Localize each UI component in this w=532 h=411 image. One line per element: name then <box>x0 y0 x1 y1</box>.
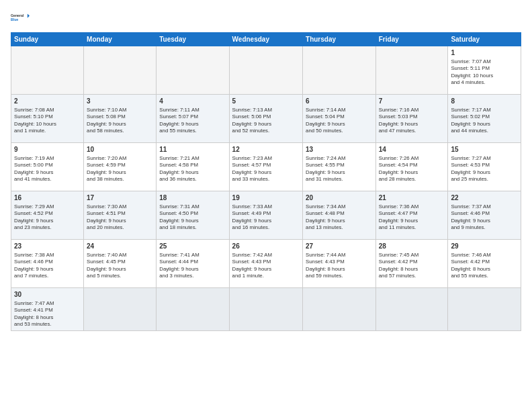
table-row: 13Sunrise: 7:24 AM Sunset: 4:55 PM Dayli… <box>303 143 376 191</box>
logo: GeneralBlue <box>11 8 30 27</box>
calendar-week-row: 2Sunrise: 7:08 AM Sunset: 5:10 PM Daylig… <box>11 95 521 143</box>
day-info: Sunrise: 7:24 AM Sunset: 4:55 PM Dayligh… <box>306 155 373 183</box>
header: GeneralBlue <box>11 8 521 27</box>
day-number: 8 <box>451 97 518 106</box>
day-info: Sunrise: 7:46 AM Sunset: 4:42 PM Dayligh… <box>451 252 518 280</box>
svg-marker-2 <box>28 13 30 17</box>
day-info: Sunrise: 7:34 AM Sunset: 4:48 PM Dayligh… <box>306 203 373 232</box>
table-row: 15Sunrise: 7:27 AM Sunset: 4:53 PM Dayli… <box>448 143 521 191</box>
table-row: 4Sunrise: 7:11 AM Sunset: 5:07 PM Daylig… <box>157 95 229 143</box>
day-number: 23 <box>14 242 81 251</box>
weekday-saturday: Saturday <box>448 33 521 46</box>
day-number: 7 <box>379 97 445 106</box>
day-info: Sunrise: 7:29 AM Sunset: 4:52 PM Dayligh… <box>14 203 81 232</box>
table-row: 18Sunrise: 7:31 AM Sunset: 4:50 PM Dayli… <box>157 191 229 240</box>
table-row: 16Sunrise: 7:29 AM Sunset: 4:52 PM Dayli… <box>11 191 84 240</box>
weekday-sunday: Sunday <box>11 33 84 46</box>
day-info: Sunrise: 7:38 AM Sunset: 4:46 PM Dayligh… <box>14 252 81 280</box>
weekday-monday: Monday <box>84 33 157 46</box>
day-number: 25 <box>159 242 226 251</box>
calendar-week-row: 30Sunrise: 7:47 AM Sunset: 4:41 PM Dayli… <box>11 288 521 331</box>
table-row <box>11 46 84 95</box>
calendar-table: SundayMondayTuesdayWednesdayThursdayFrid… <box>11 32 521 331</box>
table-row: 8Sunrise: 7:17 AM Sunset: 5:02 PM Daylig… <box>448 95 521 143</box>
table-row: 26Sunrise: 7:42 AM Sunset: 4:43 PM Dayli… <box>229 240 302 288</box>
day-info: Sunrise: 7:21 AM Sunset: 4:58 PM Dayligh… <box>159 155 226 183</box>
day-info: Sunrise: 7:10 AM Sunset: 5:08 PM Dayligh… <box>87 107 153 135</box>
day-info: Sunrise: 7:44 AM Sunset: 4:43 PM Dayligh… <box>306 252 373 280</box>
day-info: Sunrise: 7:36 AM Sunset: 4:47 PM Dayligh… <box>379 203 445 232</box>
day-number: 26 <box>232 242 300 251</box>
day-number: 18 <box>159 193 226 203</box>
day-info: Sunrise: 7:42 AM Sunset: 4:43 PM Dayligh… <box>232 252 300 280</box>
table-row: 22Sunrise: 7:37 AM Sunset: 4:46 PM Dayli… <box>448 191 521 240</box>
table-row: 28Sunrise: 7:45 AM Sunset: 4:42 PM Dayli… <box>375 240 448 288</box>
day-number: 30 <box>14 290 81 300</box>
table-row <box>303 46 376 95</box>
day-number: 20 <box>306 193 373 203</box>
day-info: Sunrise: 7:41 AM Sunset: 4:44 PM Dayligh… <box>159 252 226 280</box>
day-number: 1 <box>451 48 518 58</box>
table-row: 6Sunrise: 7:14 AM Sunset: 5:04 PM Daylig… <box>303 95 376 143</box>
table-row <box>229 46 302 95</box>
table-row <box>84 46 157 95</box>
table-row: 2Sunrise: 7:08 AM Sunset: 5:10 PM Daylig… <box>11 95 84 143</box>
day-number: 28 <box>379 242 445 251</box>
day-info: Sunrise: 7:33 AM Sunset: 4:49 PM Dayligh… <box>232 203 300 232</box>
day-number: 5 <box>232 97 300 106</box>
day-info: Sunrise: 7:37 AM Sunset: 4:46 PM Dayligh… <box>451 203 518 232</box>
day-number: 3 <box>87 97 153 106</box>
day-number: 14 <box>379 145 445 154</box>
weekday-wednesday: Wednesday <box>229 33 302 46</box>
day-number: 19 <box>232 193 300 203</box>
table-row: 7Sunrise: 7:16 AM Sunset: 5:03 PM Daylig… <box>375 95 448 143</box>
day-info: Sunrise: 7:13 AM Sunset: 5:06 PM Dayligh… <box>232 107 300 135</box>
day-number: 6 <box>306 97 373 106</box>
weekday-tuesday: Tuesday <box>157 33 229 46</box>
weekday-friday: Friday <box>375 33 448 46</box>
table-row: 30Sunrise: 7:47 AM Sunset: 4:41 PM Dayli… <box>11 288 84 331</box>
table-row: 3Sunrise: 7:10 AM Sunset: 5:08 PM Daylig… <box>84 95 157 143</box>
day-number: 2 <box>14 97 81 106</box>
svg-text:General: General <box>11 13 24 17</box>
day-info: Sunrise: 7:23 AM Sunset: 4:57 PM Dayligh… <box>232 155 300 183</box>
table-row: 5Sunrise: 7:13 AM Sunset: 5:06 PM Daylig… <box>229 95 302 143</box>
weekday-thursday: Thursday <box>303 33 376 46</box>
day-number: 9 <box>14 145 81 154</box>
table-row: 23Sunrise: 7:38 AM Sunset: 4:46 PM Dayli… <box>11 240 84 288</box>
table-row <box>375 288 448 331</box>
day-info: Sunrise: 7:40 AM Sunset: 4:45 PM Dayligh… <box>87 252 153 280</box>
day-number: 29 <box>451 242 518 251</box>
calendar-week-row: 1Sunrise: 7:07 AM Sunset: 5:11 PM Daylig… <box>11 46 521 95</box>
table-row: 10Sunrise: 7:20 AM Sunset: 4:59 PM Dayli… <box>84 143 157 191</box>
day-info: Sunrise: 7:16 AM Sunset: 5:03 PM Dayligh… <box>379 107 445 135</box>
page: GeneralBlue SundayMondayTuesdayWednesday… <box>0 0 532 411</box>
day-number: 16 <box>14 193 81 203</box>
day-info: Sunrise: 7:08 AM Sunset: 5:10 PM Dayligh… <box>14 107 81 135</box>
table-row: 24Sunrise: 7:40 AM Sunset: 4:45 PM Dayli… <box>84 240 157 288</box>
table-row: 9Sunrise: 7:19 AM Sunset: 5:00 PM Daylig… <box>11 143 84 191</box>
day-info: Sunrise: 7:31 AM Sunset: 4:50 PM Dayligh… <box>159 203 226 232</box>
day-number: 24 <box>87 242 153 251</box>
table-row: 17Sunrise: 7:30 AM Sunset: 4:51 PM Dayli… <box>84 191 157 240</box>
table-row: 1Sunrise: 7:07 AM Sunset: 5:11 PM Daylig… <box>448 46 521 95</box>
day-info: Sunrise: 7:26 AM Sunset: 4:54 PM Dayligh… <box>379 155 445 183</box>
table-row: 20Sunrise: 7:34 AM Sunset: 4:48 PM Dayli… <box>303 191 376 240</box>
day-info: Sunrise: 7:17 AM Sunset: 5:02 PM Dayligh… <box>451 107 518 135</box>
weekday-header-row: SundayMondayTuesdayWednesdayThursdayFrid… <box>11 33 521 46</box>
table-row: 27Sunrise: 7:44 AM Sunset: 4:43 PM Dayli… <box>303 240 376 288</box>
day-number: 10 <box>87 145 153 154</box>
table-row: 21Sunrise: 7:36 AM Sunset: 4:47 PM Dayli… <box>375 191 448 240</box>
table-row: 14Sunrise: 7:26 AM Sunset: 4:54 PM Dayli… <box>375 143 448 191</box>
day-info: Sunrise: 7:19 AM Sunset: 5:00 PM Dayligh… <box>14 155 81 183</box>
calendar-week-row: 9Sunrise: 7:19 AM Sunset: 5:00 PM Daylig… <box>11 143 521 191</box>
day-number: 21 <box>379 193 445 203</box>
table-row <box>84 288 157 331</box>
calendar-week-row: 23Sunrise: 7:38 AM Sunset: 4:46 PM Dayli… <box>11 240 521 288</box>
day-info: Sunrise: 7:47 AM Sunset: 4:41 PM Dayligh… <box>14 300 81 328</box>
day-info: Sunrise: 7:11 AM Sunset: 5:07 PM Dayligh… <box>159 107 226 135</box>
table-row <box>157 46 229 95</box>
day-info: Sunrise: 7:20 AM Sunset: 4:59 PM Dayligh… <box>87 155 153 183</box>
table-row: 29Sunrise: 7:46 AM Sunset: 4:42 PM Dayli… <box>448 240 521 288</box>
day-number: 22 <box>451 193 518 203</box>
